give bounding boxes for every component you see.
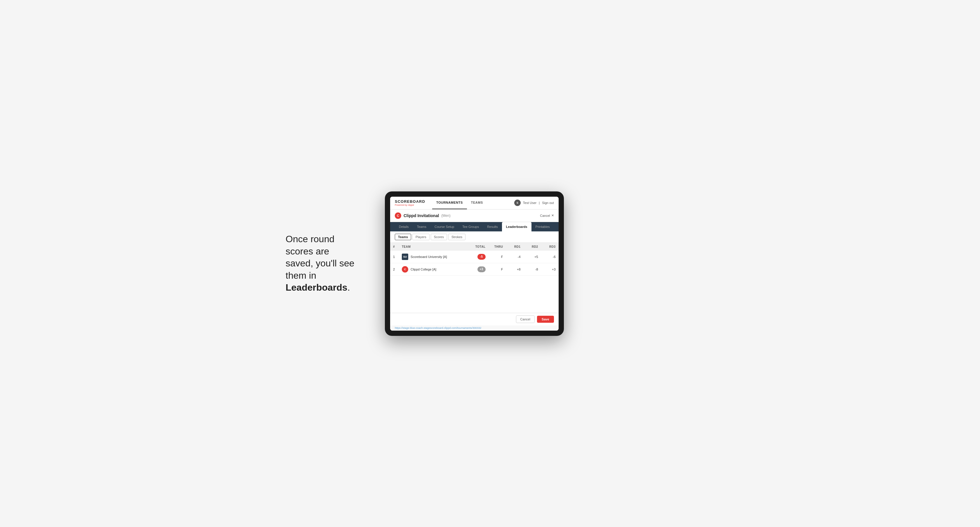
team-logo-2: C (402, 266, 408, 273)
tab-teams[interactable]: Teams (413, 222, 430, 232)
tournament-category: (Men) (441, 214, 450, 218)
subtab-teams[interactable]: Teams (395, 234, 411, 240)
subtab-players[interactable]: Players (412, 234, 430, 240)
table-row: 1 SU Scoreboard University [A] - (390, 251, 558, 263)
tournament-icon: C (395, 213, 401, 219)
subtab-strokes[interactable]: Strokes (448, 234, 466, 240)
col-rd1: RD1 (506, 243, 523, 251)
table-row: 2 C Clippd College [A] +3 (390, 263, 558, 275)
table-header: # TEAM TOTAL THRU RD1 RD2 RD3 (390, 243, 558, 251)
logo-area: SCOREBOARD Powered by clippd (395, 199, 425, 206)
rd2-2: -8 (523, 263, 541, 275)
tab-printables[interactable]: Printables (531, 222, 554, 232)
rd3-1: -6 (541, 251, 558, 263)
save-button[interactable]: Save (537, 316, 554, 323)
rd3-2: +3 (541, 263, 558, 275)
description-line3: saved, you'll see (286, 258, 355, 268)
col-team: TEAM (399, 243, 465, 251)
cancel-button[interactable]: Cancel (516, 316, 535, 323)
team-logo-1: SU (402, 254, 408, 260)
total-1: -5 (465, 251, 488, 263)
logo-text: SCOREBOARD (395, 199, 425, 204)
description-highlight: Leaderboards (286, 282, 347, 293)
description-line1: Once round (286, 234, 334, 244)
url-bar: https://stage-blue-coach.stagescoreboard… (390, 325, 558, 331)
rd1-2: +8 (506, 263, 523, 275)
logo-sub: Powered by clippd (395, 204, 425, 206)
col-rank: # (390, 243, 399, 251)
col-total: TOTAL (465, 243, 488, 251)
tab-leaderboards[interactable]: Leaderboards (502, 222, 531, 232)
col-thru: THRU (488, 243, 506, 251)
team-2: C Clippd College [A] (399, 263, 465, 275)
rank-2: 2 (390, 263, 399, 275)
user-name: Test User (523, 201, 536, 205)
nav-teams[interactable]: TEAMS (467, 197, 487, 210)
tab-details[interactable]: Details (395, 222, 413, 232)
tab-tee-groups[interactable]: Tee Groups (458, 222, 483, 232)
leaderboard-table: # TEAM TOTAL THRU RD1 RD2 RD3 (390, 243, 558, 276)
nav-links: TOURNAMENTS TEAMS (432, 197, 514, 210)
main-tabs: Details Teams Course Setup Tee Groups Re… (390, 222, 558, 232)
thru-1: F (488, 251, 506, 263)
separator: | (539, 201, 539, 205)
subtab-scores[interactable]: Scores (431, 234, 447, 240)
score-badge-2: +3 (477, 267, 485, 272)
description-period: . (347, 282, 350, 293)
tournament-name: Clippd Invitational (404, 213, 439, 218)
tournament-title-area: C Clippd Invitational (Men) (395, 213, 450, 219)
team-name-2: Clippd College [A] (410, 268, 436, 271)
logo-powered-by: Powered by (395, 204, 408, 206)
user-area: S Test User | Sign out (514, 200, 554, 206)
tablet-device: SCOREBOARD Powered by clippd TOURNAMENTS… (385, 191, 564, 336)
tablet-screen: SCOREBOARD Powered by clippd TOURNAMENTS… (390, 197, 558, 331)
page-wrapper: Once round scores are saved, you'll see … (286, 191, 694, 336)
col-rd2: RD2 (523, 243, 541, 251)
table-body: 1 SU Scoreboard University [A] - (390, 251, 558, 276)
leaderboard-content: # TEAM TOTAL THRU RD1 RD2 RD3 (390, 243, 558, 313)
sign-out-link[interactable]: Sign out (542, 201, 554, 205)
user-avatar: S (514, 200, 521, 206)
score-badge-1: -5 (477, 254, 485, 260)
description-line4: them in (286, 270, 316, 281)
rank-1: 1 (390, 251, 399, 263)
col-rd3: RD3 (541, 243, 558, 251)
top-nav: SCOREBOARD Powered by clippd TOURNAMENTS… (390, 197, 558, 210)
rd1-1: -4 (506, 251, 523, 263)
team-1: SU Scoreboard University [A] (399, 251, 465, 263)
footer: Cancel Save (390, 313, 558, 325)
logo-brand: clippd (408, 204, 414, 206)
sub-tabs: Teams Players Scores Strokes (390, 232, 558, 243)
nav-tournaments[interactable]: TOURNAMENTS (432, 197, 467, 210)
tournament-cancel-button[interactable]: Cancel ✕ (540, 214, 554, 217)
left-description: Once round scores are saved, you'll see … (286, 233, 368, 294)
thru-2: F (488, 263, 506, 275)
tablet-frame: SCOREBOARD Powered by clippd TOURNAMENTS… (385, 191, 564, 336)
rd2-1: +5 (523, 251, 541, 263)
tab-course-setup[interactable]: Course Setup (430, 222, 458, 232)
description-line2: scores are (286, 246, 329, 257)
total-2: +3 (465, 263, 488, 275)
team-name-1: Scoreboard University [A] (410, 255, 447, 259)
tab-results[interactable]: Results (483, 222, 502, 232)
tournament-header: C Clippd Invitational (Men) Cancel ✕ (390, 210, 558, 222)
